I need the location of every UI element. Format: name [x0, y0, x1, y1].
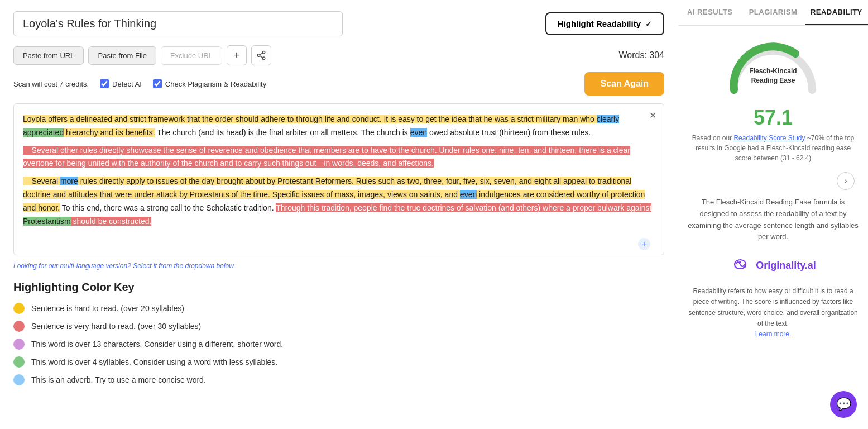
tab-plagiarism[interactable]: PLAGIARISM: [741, 0, 804, 25]
word-count: Words: 304: [618, 50, 664, 60]
color-key-section: Highlighting Color Key Sentence is hard …: [13, 281, 664, 385]
text-editor-wrapper: Loyola offers a delineated and strict fr…: [13, 103, 664, 255]
color-key-title: Highlighting Color Key: [13, 281, 664, 294]
readability-content: Flesch-KincaidReading Ease 57.1 Based on…: [678, 26, 868, 429]
detect-ai-label: Detect AI: [112, 80, 142, 88]
color-dot: [13, 321, 25, 332]
gauge-label: Flesch-KincaidReading Ease: [749, 66, 797, 85]
readability-desc-text: Readability refers to how easy or diffic…: [687, 286, 859, 340]
next-button[interactable]: ›: [837, 172, 855, 190]
chat-bubble[interactable]: 💬: [830, 391, 857, 418]
hard-sentence-highlight: Loyola offers a delineated and strict fr…: [23, 115, 597, 123]
detect-ai-checkbox-label[interactable]: Detect AI: [100, 79, 142, 88]
very-hard-sentence-highlight3: should be constructed.: [71, 217, 152, 226]
check-plagiarism-label: Check Plagiarism & Readability: [165, 80, 266, 88]
hard-sentence-highlight2: hierarchy and its benefits.: [64, 128, 155, 137]
paste-from-url-button[interactable]: Paste from URL: [13, 46, 84, 65]
color-key-label: Sentence is hard to read. (over 20 sylla…: [31, 304, 184, 313]
learn-more-link[interactable]: Learn more.: [755, 330, 792, 338]
readability-study-link[interactable]: Readability Score Study: [733, 134, 805, 142]
syllable-highlight: appreciated: [23, 128, 64, 137]
adverb-highlight4: even: [460, 190, 477, 199]
detect-ai-checkbox[interactable]: [100, 79, 109, 88]
close-button[interactable]: ✕: [646, 108, 659, 122]
adverb-highlight: clearly: [597, 115, 619, 123]
adverb-highlight2: even: [410, 128, 427, 137]
color-dot: [13, 356, 25, 368]
highlight-readability-button[interactable]: Highlight Readability ✓: [545, 12, 664, 35]
color-dot: [13, 374, 25, 385]
color-key-item: This word is over 4 syllables. Consider …: [13, 356, 664, 368]
scan-cost-label: Scan will cost 7 credits.: [13, 80, 89, 88]
color-key-item: This word is over 13 characters. Conside…: [13, 339, 664, 350]
color-key-item: Sentence is very hard to read. (over 30 …: [13, 321, 664, 332]
tab-ai-results[interactable]: AI RESULTS: [678, 0, 741, 25]
very-hard-sentence-highlight2: Through this tradition, people find the …: [276, 203, 651, 212]
color-key-item: This is an adverb. Try to use a more con…: [13, 374, 664, 385]
chat-icon: 💬: [836, 397, 851, 412]
very-hard-sentence-highlight: Several other rules directly showcase th…: [23, 146, 630, 168]
brand-logo-icon: [730, 254, 750, 277]
adverb-highlight3: more: [60, 177, 78, 185]
gauge-chart: Flesch-KincaidReading Ease: [687, 37, 859, 97]
brand-name-label: Originality.ai: [756, 260, 816, 271]
svg-line-4: [260, 53, 262, 55]
tab-readability[interactable]: READABILITY: [805, 0, 868, 25]
color-key-list: Sentence is hard to read. (over 20 sylla…: [13, 303, 664, 385]
originality-icon: [730, 254, 750, 274]
next-arrow-container: ›: [687, 172, 859, 190]
readability-score: 57.1: [687, 106, 859, 130]
scan-again-button[interactable]: Scan Again: [584, 72, 664, 96]
color-key-label: This word is over 13 characters. Conside…: [31, 340, 283, 349]
add-more-button[interactable]: +: [638, 238, 650, 250]
hard-sentence-highlight3: Several: [23, 177, 60, 185]
score-description: Based on our Readability Score Study ~70…: [687, 133, 859, 163]
gauge-svg-wrapper: Flesch-KincaidReading Ease: [723, 37, 823, 93]
formula-description: The Flesch-Kincaid Reading Ease formula …: [687, 197, 859, 243]
add-button[interactable]: +: [227, 45, 247, 65]
checkmark-icon: ✓: [645, 20, 652, 28]
svg-point-6: [739, 261, 741, 263]
brand-row: Originality.ai: [687, 254, 859, 277]
color-key-item: Sentence is hard to read. (over 20 sylla…: [13, 303, 664, 314]
right-panel: AI RESULTS PLAGIARISM READABILITY Flesch…: [678, 0, 868, 429]
color-dot: [13, 303, 25, 314]
check-plagiarism-checkbox[interactable]: [153, 79, 162, 88]
color-key-label: This is an adverb. Try to use a more con…: [31, 375, 206, 384]
svg-point-1: [257, 54, 260, 57]
color-key-label: Sentence is very hard to read. (over 30 …: [31, 322, 201, 331]
color-key-label: This word is over 4 syllables. Consider …: [31, 358, 277, 366]
paste-from-file-button[interactable]: Paste from File: [88, 46, 156, 65]
right-tabs: AI RESULTS PLAGIARISM READABILITY: [678, 0, 868, 26]
document-title-input[interactable]: [13, 11, 343, 36]
svg-point-2: [262, 57, 265, 60]
text-editor[interactable]: Loyola offers a delineated and strict fr…: [14, 104, 664, 255]
share-button[interactable]: [251, 45, 271, 65]
svg-line-3: [260, 56, 262, 58]
syllable-highlight2: Protestantism: [23, 217, 71, 226]
svg-point-0: [262, 51, 265, 54]
exclude-url-button[interactable]: Exclude URL: [161, 46, 222, 65]
multilang-note: Looking for our multi-language version? …: [13, 262, 664, 270]
color-dot: [13, 339, 25, 350]
highlight-readability-label: Highlight Readability: [558, 19, 641, 28]
check-plagiarism-checkbox-label[interactable]: Check Plagiarism & Readability: [153, 79, 266, 88]
